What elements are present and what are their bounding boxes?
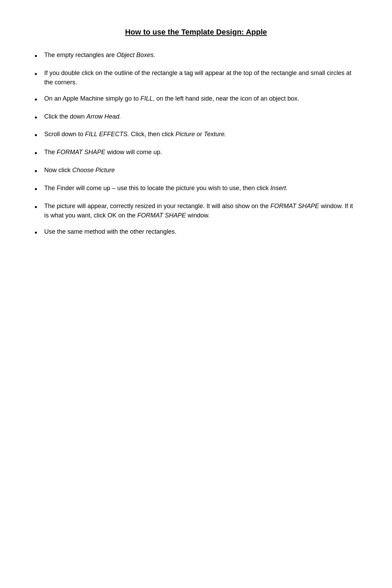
bullet-text: If you double click on the outline of th…: [44, 68, 357, 87]
list-item-3: • On an Apple Machine simply go to FILL,…: [35, 94, 357, 105]
list-item-8: •The Finder will come up – use this to l…: [35, 184, 357, 195]
instruction-list: •The empty rectangles are Object Boxes.•…: [35, 50, 357, 238]
bullet-dot: •: [35, 94, 44, 105]
list-item-9: •The picture will appear, correctly resi…: [35, 202, 357, 220]
list-item-7: •Now click Choose Picture: [35, 166, 357, 177]
bullet-dot: •: [35, 184, 44, 195]
bullet-text: Scroll down to FILL EFFECTS. Click, then…: [44, 130, 357, 139]
bullet-dot: •: [35, 166, 44, 177]
list-item-5: • Scroll down to FILL EFFECTS. Click, th…: [35, 130, 357, 141]
bullet-text: The Finder will come up – use this to lo…: [44, 184, 357, 193]
bullet-dot: •: [35, 68, 44, 80]
page-title: How to use the Template Design: Apple: [35, 28, 357, 37]
list-item-10: •Use the same method with the other rect…: [35, 227, 357, 238]
bullet-text: The FORMAT SHAPE widow will come up.: [44, 148, 357, 157]
bullet-text: Click the down Arrow Head.: [44, 112, 357, 121]
bullet-dot: •: [35, 227, 44, 238]
bullet-dot: •: [35, 202, 44, 213]
bullet-dot: •: [35, 130, 44, 141]
list-item-6: •The FORMAT SHAPE widow will come up.: [35, 148, 357, 159]
list-item-1: •The empty rectangles are Object Boxes.: [35, 50, 357, 62]
bullet-text: On an Apple Machine simply go to FILL, o…: [44, 94, 357, 103]
list-item-4: • Click the down Arrow Head.: [35, 112, 357, 123]
bullet-dot: •: [35, 112, 44, 123]
list-item-2: •If you double click on the outline of t…: [35, 68, 357, 87]
bullet-dot: •: [35, 148, 44, 159]
bullet-dot: •: [35, 50, 44, 62]
bullet-text: Now click Choose Picture: [44, 166, 357, 175]
bullet-text: The empty rectangles are Object Boxes.: [44, 50, 357, 60]
bullet-text: The picture will appear, correctly resiz…: [44, 202, 357, 220]
bullet-text: Use the same method with the other recta…: [44, 227, 357, 236]
